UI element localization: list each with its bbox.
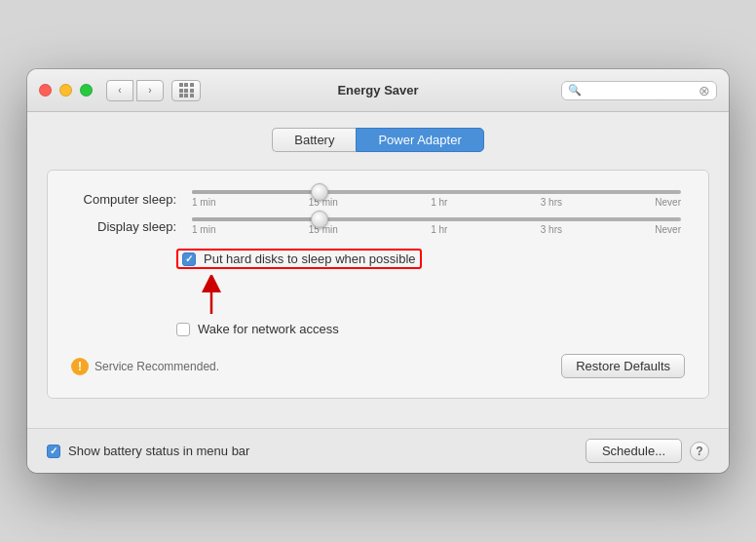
search-input[interactable] xyxy=(586,84,695,97)
arrow-icon xyxy=(200,275,223,314)
app-window: ‹ › Energy Saver 🔍 ⊗ Battery Power Adapt… xyxy=(27,69,729,473)
computer-sleep-slider-container: 1 min 15 min 1 hr 3 hrs Never xyxy=(188,190,685,208)
close-button[interactable] xyxy=(39,84,52,97)
show-battery-checkbox[interactable] xyxy=(47,445,60,458)
restore-defaults-button[interactable]: Restore Defaults xyxy=(561,354,685,378)
computer-sleep-track xyxy=(192,190,681,194)
warning-icon: ! xyxy=(71,358,89,375)
computer-sleep-ticks: 1 min 15 min 1 hr 3 hrs Never xyxy=(188,197,685,208)
back-icon: ‹ xyxy=(118,85,121,96)
segment-control: Battery Power Adapter xyxy=(47,128,709,152)
tick-1min: 1 min xyxy=(192,197,215,208)
tick-1min-display: 1 min xyxy=(192,224,215,235)
display-sleep-row: Display sleep: 1 min 15 min 1 hr 3 hrs N… xyxy=(71,217,685,235)
grid-button[interactable] xyxy=(171,80,201,101)
display-sleep-label: Display sleep: xyxy=(71,219,188,234)
hard-disks-row: Put hard disks to sleep when possible xyxy=(176,249,685,269)
grid-icon xyxy=(179,83,194,97)
warning-symbol: ! xyxy=(78,360,82,373)
tick-1hr: 1 hr xyxy=(431,197,447,208)
titlebar: ‹ › Energy Saver 🔍 ⊗ xyxy=(27,69,729,112)
tick-1hr-display: 1 hr xyxy=(431,224,447,235)
schedule-button[interactable]: Schedule... xyxy=(586,439,682,463)
power-adapter-tab[interactable]: Power Adapter xyxy=(356,128,483,152)
computer-sleep-label: Computer sleep: xyxy=(71,192,188,207)
display-sleep-thumb[interactable] xyxy=(311,211,328,228)
display-sleep-track xyxy=(192,217,681,221)
help-button[interactable]: ? xyxy=(690,442,709,461)
display-sleep-track-filled xyxy=(192,217,320,221)
traffic-lights xyxy=(39,84,93,97)
minimize-button[interactable] xyxy=(59,84,72,97)
display-sleep-ticks: 1 min 15 min 1 hr 3 hrs Never xyxy=(188,224,685,235)
hard-disks-highlight: Put hard disks to sleep when possible xyxy=(176,249,422,269)
warning-text: Service Recommended. xyxy=(94,360,219,373)
tick-3hrs: 3 hrs xyxy=(541,197,562,208)
tick-never-display: Never xyxy=(655,224,681,235)
computer-sleep-row: Computer sleep: 1 min 15 min 1 hr 3 hrs … xyxy=(71,190,685,208)
tick-3hrs-display: 3 hrs xyxy=(541,224,562,235)
show-battery-row: Show battery status in menu bar xyxy=(47,444,249,458)
forward-icon: › xyxy=(148,85,151,96)
hard-disks-label: Put hard disks to sleep when possible xyxy=(204,252,416,266)
nav-buttons: ‹ › xyxy=(106,80,164,101)
search-icon: 🔍 xyxy=(568,84,582,97)
back-button[interactable]: ‹ xyxy=(106,80,133,101)
arrow-annotation xyxy=(200,275,685,314)
bottom-bar: Show battery status in menu bar Schedule… xyxy=(27,428,729,473)
battery-tab[interactable]: Battery xyxy=(272,128,356,152)
forward-button[interactable]: › xyxy=(136,80,164,101)
maximize-button[interactable] xyxy=(80,84,93,97)
settings-panel: Computer sleep: 1 min 15 min 1 hr 3 hrs … xyxy=(47,170,709,399)
show-battery-label: Show battery status in menu bar xyxy=(68,444,249,458)
tick-never: Never xyxy=(655,197,681,208)
window-title: Energy Saver xyxy=(337,83,418,97)
computer-sleep-track-filled xyxy=(192,190,320,194)
wake-network-label: Wake for network access xyxy=(198,322,339,336)
search-box[interactable]: 🔍 ⊗ xyxy=(561,81,717,100)
hard-disks-checkbox[interactable] xyxy=(182,252,196,266)
warning-row: ! Service Recommended. Restore Defaults xyxy=(71,354,685,378)
search-clear-icon[interactable]: ⊗ xyxy=(699,84,710,97)
main-content: Battery Power Adapter Computer sleep: 1 … xyxy=(27,112,729,428)
computer-sleep-thumb[interactable] xyxy=(311,183,328,201)
display-sleep-slider-container: 1 min 15 min 1 hr 3 hrs Never xyxy=(188,217,685,235)
wake-network-row: Wake for network access xyxy=(176,322,685,336)
wake-network-checkbox[interactable] xyxy=(176,323,190,336)
